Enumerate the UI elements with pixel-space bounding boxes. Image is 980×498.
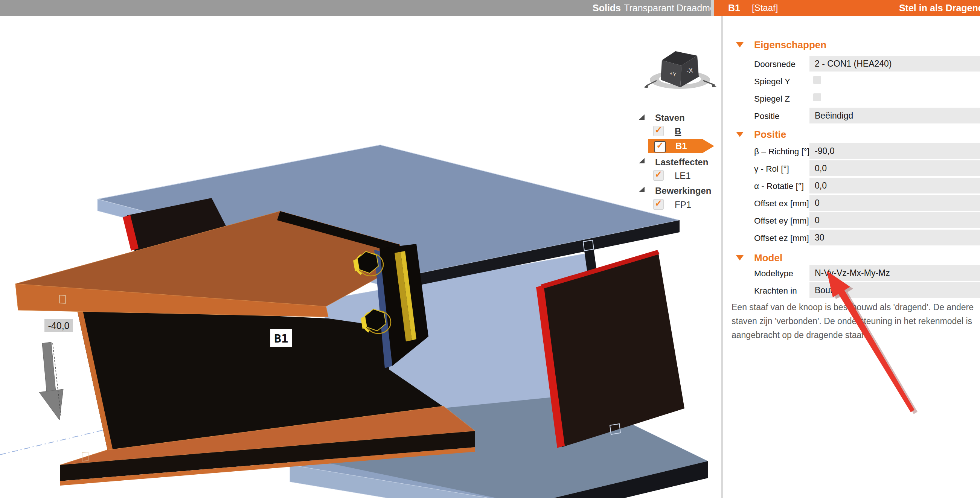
cube-face-label-y: +Y xyxy=(669,70,677,78)
check-icon: ✓ xyxy=(654,169,663,179)
selected-object-id: B1 xyxy=(728,0,740,16)
rotate-right-arrow[interactable] xyxy=(711,83,716,88)
check-icon: ✓ xyxy=(654,125,663,135)
check-icon: ✓ xyxy=(655,141,665,150)
checkbox-spiegel-y[interactable] xyxy=(813,76,821,84)
label-offset-ey: Offset ey [mm] xyxy=(754,216,810,226)
cube-face-label-x: -X xyxy=(686,67,693,75)
tree-expand-lasteffecten-icon[interactable] xyxy=(639,158,644,163)
view-mode-solids[interactable]: Solids xyxy=(593,0,621,16)
beam-b1-label[interactable]: B1 xyxy=(270,329,292,347)
selected-object-type: [Staaf] xyxy=(752,0,778,16)
field-gamma-rol[interactable]: 0,0 xyxy=(810,160,980,176)
svg-text:-40,0: -40,0 xyxy=(48,320,70,331)
tree-item-b[interactable]: B xyxy=(675,126,681,137)
3d-viewport[interactable]: -40,0 B1 +Y -X Staven ✓ B ✓ B1 Lasteffec… xyxy=(0,16,721,498)
rotate-left-arrow[interactable] xyxy=(644,84,649,88)
bearing-member-description: Een staaf van de knoop is beschouwd als … xyxy=(732,301,972,342)
svg-text:B1: B1 xyxy=(274,332,288,345)
section-title-eigenschappen[interactable]: Eigenschappen xyxy=(754,39,826,51)
field-offset-ez[interactable]: 30 xyxy=(810,230,980,245)
load-value-label: -40,0 xyxy=(45,319,73,332)
tree-section-staven[interactable]: Staven xyxy=(655,113,685,123)
field-modeltype[interactable]: N-Vy-Vz-Mx-My-Mz xyxy=(810,265,980,281)
label-spiegel-z: Spiegel Z xyxy=(754,94,810,104)
tree-expand-bewerkingen-icon[interactable] xyxy=(639,187,644,192)
checkbox-le1[interactable]: ✓ xyxy=(653,170,664,181)
field-offset-ex[interactable]: 0 xyxy=(810,195,980,211)
checkbox-b[interactable]: ✓ xyxy=(653,126,664,136)
label-modeltype: Modeltype xyxy=(754,269,810,278)
field-krachten-in[interactable]: Bouten xyxy=(810,282,980,298)
field-beta-richting[interactable]: -90,0 xyxy=(810,143,980,159)
tree-item-fp1[interactable]: FP1 xyxy=(675,199,691,210)
check-icon: ✓ xyxy=(654,198,663,208)
connection-3d-scene: -40,0 B1 xyxy=(0,16,721,498)
navigation-cube[interactable]: +Y -X xyxy=(642,34,718,98)
tree-item-le1[interactable]: LE1 xyxy=(675,170,691,181)
checkbox-spiegel-z[interactable] xyxy=(813,93,821,101)
label-positie: Positie xyxy=(754,111,810,121)
collapse-positie-icon[interactable] xyxy=(736,132,744,137)
set-as-bearing-button[interactable]: Stel in als Dragend xyxy=(899,0,980,16)
label-spiegel-y: Spiegel Y xyxy=(754,77,810,87)
field-alpha-rotatie[interactable]: 0,0 xyxy=(810,178,980,194)
section-title-positie[interactable]: Positie xyxy=(754,129,786,140)
field-doorsnede[interactable]: 2 - CON1 (HEA240) xyxy=(810,56,980,72)
property-panel: Eigenschappen Doorsnede 2 - CON1 (HEA240… xyxy=(723,16,980,498)
collapse-eigenschappen-icon[interactable] xyxy=(736,42,744,48)
tree-expand-staven-icon[interactable] xyxy=(639,115,644,120)
label-doorsnede: Doorsnede xyxy=(754,59,810,69)
checkbox-b1[interactable]: ✓ xyxy=(654,141,666,153)
label-alpha-rotatie: α - Rotatie [°] xyxy=(754,181,810,191)
tree-selection-flag-tip xyxy=(703,139,714,153)
selected-object-header: B1 [Staaf] Stel in als Dragend xyxy=(714,0,980,16)
tree-section-bewerkingen[interactable]: Bewerkingen xyxy=(655,186,711,196)
view-mode-transparant[interactable]: Transparant xyxy=(624,0,674,16)
field-positie[interactable]: Beëindigd xyxy=(810,108,980,124)
view-mode-toolbar: Solids Transparant Draadmodel xyxy=(0,0,711,16)
label-beta-richting: β – Richting [°] xyxy=(754,147,810,157)
checkbox-fp1[interactable]: ✓ xyxy=(653,199,664,210)
tree-item-b1[interactable]: B1 xyxy=(675,141,687,151)
label-krachten-in: Krachten in xyxy=(754,286,810,296)
section-title-model[interactable]: Model xyxy=(754,252,782,264)
label-offset-ex: Offset ex [mm] xyxy=(754,199,810,208)
toolbar-divider xyxy=(711,0,714,16)
label-offset-ez: Offset ez [mm] xyxy=(754,233,810,243)
field-offset-ey[interactable]: 0 xyxy=(810,212,980,228)
tree-section-lasteffecten[interactable]: Lasteffecten xyxy=(655,157,708,167)
load-arrow-shaft xyxy=(42,342,56,393)
collapse-model-icon[interactable] xyxy=(736,255,744,261)
label-gamma-rol: γ - Rol [°] xyxy=(754,164,810,174)
